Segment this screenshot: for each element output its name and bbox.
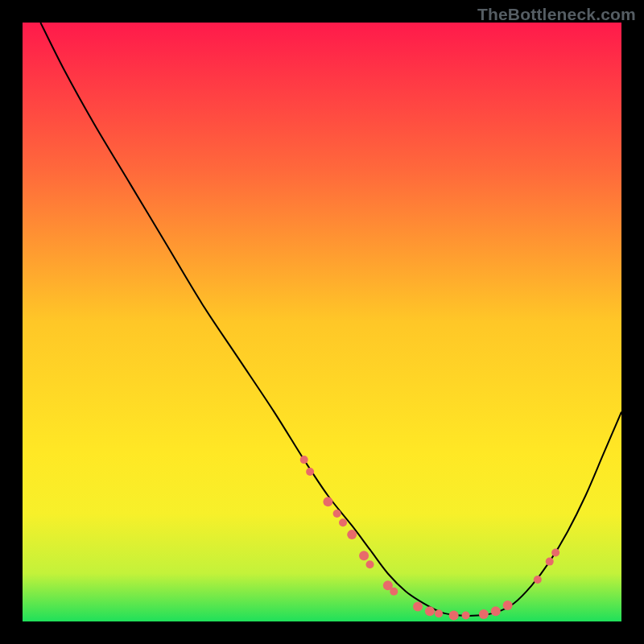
marker-dot	[323, 497, 332, 506]
marker-dot	[366, 560, 374, 568]
marker-dot	[413, 601, 423, 611]
marker-dot	[491, 606, 501, 616]
bottleneck-chart	[0, 0, 644, 644]
marker-dot	[551, 548, 559, 556]
marker-dot	[339, 518, 347, 526]
marker-dot	[390, 588, 398, 596]
marker-dot	[503, 601, 513, 610]
marker-dot	[534, 576, 542, 584]
marker-dot	[462, 612, 470, 620]
marker-dot	[425, 606, 435, 616]
marker-dot	[306, 468, 314, 476]
plot-background	[23, 23, 621, 621]
marker-dot	[435, 609, 443, 617]
marker-dot	[347, 530, 357, 539]
marker-dot	[359, 551, 369, 560]
marker-dot	[546, 558, 554, 566]
marker-dot	[449, 611, 459, 621]
chart-frame: TheBottleneck.com	[0, 0, 644, 644]
marker-dot	[333, 510, 341, 518]
marker-dot	[300, 456, 308, 464]
marker-dot	[479, 609, 489, 619]
